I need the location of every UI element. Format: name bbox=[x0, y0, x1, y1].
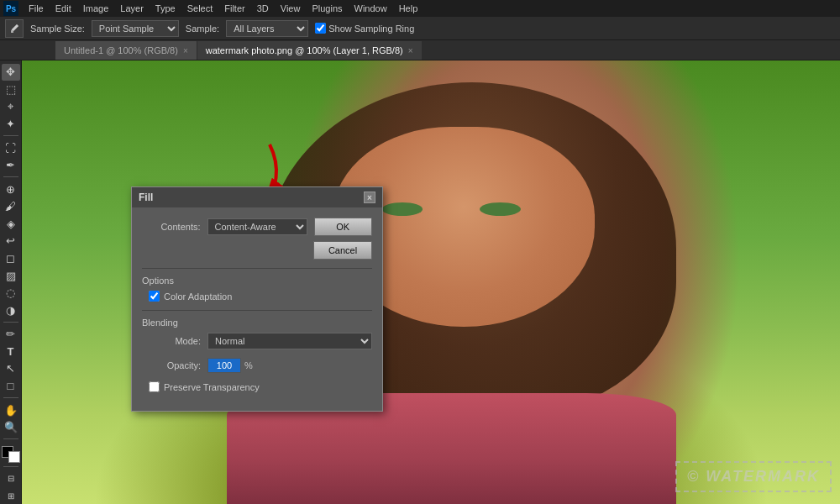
tab-untitled-close[interactable]: × bbox=[183, 46, 188, 55]
healing-brush-tool[interactable]: ⊕ bbox=[2, 181, 20, 197]
menu-edit[interactable]: Edit bbox=[50, 2, 76, 15]
tab-watermark-label: watermark photo.png @ 100% (Layer 1, RGB… bbox=[206, 45, 403, 55]
divider-1 bbox=[142, 268, 372, 269]
foreground-background-colors[interactable] bbox=[2, 446, 20, 463]
cancel-button[interactable]: Cancel bbox=[313, 241, 372, 260]
divider-2 bbox=[142, 310, 372, 311]
lasso-tool[interactable]: ⌖ bbox=[2, 98, 20, 115]
opacity-label: Opacity: bbox=[142, 360, 201, 370]
tool-divider-3 bbox=[3, 322, 18, 323]
fill-dialog-title: Fill bbox=[139, 192, 153, 203]
show-sampling-ring-checkbox[interactable] bbox=[315, 23, 326, 34]
tab-untitled[interactable]: Untitled-1 @ 100% (RGB/8) × bbox=[55, 41, 197, 60]
mode-select[interactable]: Normal Dissolve Darken Multiply Screen O… bbox=[207, 333, 372, 349]
ps-logo: Ps bbox=[3, 1, 18, 16]
menu-plugins[interactable]: Plugins bbox=[307, 2, 347, 15]
options-label: Options bbox=[142, 276, 372, 286]
opacity-input[interactable]: 100 bbox=[207, 358, 241, 373]
opacity-row: Opacity: 100 % bbox=[142, 358, 372, 373]
eyedropper-tool[interactable]: ✒ bbox=[2, 157, 20, 174]
main-area: ✥ ⬚ ⌖ ✦ ⛶ ✒ ⊕ 🖌 ◈ ↩ ◻ ▨ ◌ ◑ ✏ T ↖ □ ✋ 🔍 … bbox=[0, 60, 840, 504]
clone-stamp-tool[interactable]: ◈ bbox=[2, 216, 20, 233]
preserve-transparency-label: Preserve Transparency bbox=[164, 382, 260, 392]
color-adaptation-row: Color Adaptation bbox=[142, 291, 372, 302]
fill-dialog-body: Contents: Content-Aware Foreground Color… bbox=[132, 207, 382, 411]
quick-mask-tool[interactable]: ⊟ bbox=[2, 470, 20, 487]
eye-left bbox=[382, 202, 423, 216]
preserve-transparency-row: Preserve Transparency bbox=[142, 381, 372, 392]
move-tool[interactable]: ✥ bbox=[2, 64, 20, 81]
brush-tool[interactable]: 🖌 bbox=[2, 198, 20, 215]
tab-untitled-label: Untitled-1 @ 100% (RGB/8) bbox=[64, 45, 178, 55]
tool-divider-2 bbox=[3, 176, 18, 177]
menu-image[interactable]: Image bbox=[78, 2, 114, 15]
blending-section: Blending Mode: Normal Dissolve Darken Mu… bbox=[142, 318, 372, 392]
toolbar: ✥ ⬚ ⌖ ✦ ⛶ ✒ ⊕ 🖌 ◈ ↩ ◻ ▨ ◌ ◑ ✏ T ↖ □ ✋ 🔍 … bbox=[0, 60, 22, 504]
sample-select[interactable]: All Layers Current Layer bbox=[226, 20, 308, 37]
tool-divider-6 bbox=[3, 466, 18, 467]
zoom-tool[interactable]: 🔍 bbox=[2, 419, 20, 436]
screen-mode-tool[interactable]: ⊞ bbox=[2, 487, 20, 504]
eyedropper-tool-icon[interactable] bbox=[5, 19, 24, 38]
tab-watermark[interactable]: watermark photo.png @ 100% (Layer 1, RGB… bbox=[197, 41, 423, 60]
fill-dialog: Fill × Contents: Content-Aware Foregroun… bbox=[131, 186, 383, 412]
shape-tool[interactable]: □ bbox=[2, 378, 20, 395]
background-color[interactable] bbox=[8, 451, 20, 463]
mode-row: Mode: Normal Dissolve Darken Multiply Sc… bbox=[142, 333, 372, 349]
fill-dialog-titlebar[interactable]: Fill × bbox=[132, 187, 382, 207]
type-tool[interactable]: T bbox=[2, 344, 20, 360]
blur-tool[interactable]: ◌ bbox=[2, 285, 20, 302]
magic-wand-tool[interactable]: ✦ bbox=[2, 116, 20, 133]
menu-bar: Ps File Edit Image Layer Type Select Fil… bbox=[0, 0, 840, 17]
ok-button[interactable]: OK bbox=[314, 218, 373, 236]
eye-right bbox=[480, 202, 521, 216]
menu-filter[interactable]: Filter bbox=[219, 2, 249, 15]
watermark-text: © WATERMARK bbox=[687, 468, 820, 485]
menu-3d[interactable]: 3D bbox=[252, 2, 274, 15]
tabs-bar: Untitled-1 @ 100% (RGB/8) × watermark ph… bbox=[0, 40, 840, 60]
eraser-tool[interactable]: ◻ bbox=[2, 250, 20, 267]
contents-select[interactable]: Content-Aware Foreground Color Backgroun… bbox=[207, 218, 307, 235]
fill-dialog-close-button[interactable]: × bbox=[364, 192, 375, 203]
options-section: Options Color Adaptation bbox=[142, 276, 372, 302]
svg-rect-0 bbox=[11, 30, 13, 33]
hand-tool[interactable]: ✋ bbox=[2, 402, 20, 418]
opacity-unit: % bbox=[244, 360, 253, 370]
watermark-overlay: © WATERMARK bbox=[675, 461, 832, 492]
rectangular-marquee-tool[interactable]: ⬚ bbox=[2, 81, 20, 98]
sample-size-select[interactable]: Point Sample 3 by 3 Average 5 by 5 Avera… bbox=[92, 20, 179, 37]
menu-file[interactable]: File bbox=[24, 2, 49, 15]
crop-tool[interactable]: ⛶ bbox=[2, 139, 20, 156]
menu-select[interactable]: Select bbox=[182, 2, 218, 15]
contents-label: Contents: bbox=[142, 222, 201, 232]
show-sampling-ring-label[interactable]: Show Sampling Ring bbox=[315, 23, 414, 34]
tool-divider-1 bbox=[3, 135, 18, 136]
menu-view[interactable]: View bbox=[276, 2, 306, 15]
path-selection-tool[interactable]: ↖ bbox=[2, 360, 20, 377]
dodge-tool[interactable]: ◑ bbox=[2, 302, 20, 319]
tab-watermark-close[interactable]: × bbox=[408, 46, 413, 55]
sample-size-label: Sample Size: bbox=[30, 24, 85, 34]
color-adaptation-checkbox[interactable] bbox=[149, 291, 160, 302]
options-bar: Sample Size: Point Sample 3 by 3 Average… bbox=[0, 17, 840, 40]
show-sampling-ring-text: Show Sampling Ring bbox=[328, 24, 414, 34]
contents-row: Contents: Content-Aware Foreground Color… bbox=[142, 218, 372, 236]
pen-tool[interactable]: ✏ bbox=[2, 326, 20, 343]
tool-divider-4 bbox=[3, 397, 18, 398]
menu-window[interactable]: Window bbox=[349, 2, 392, 15]
menu-help[interactable]: Help bbox=[394, 2, 423, 15]
tool-divider-5 bbox=[3, 438, 18, 439]
menu-layer[interactable]: Layer bbox=[115, 2, 149, 15]
canvas-area[interactable]: © WATERMARK Fill bbox=[22, 60, 840, 504]
sample-label: Sample: bbox=[186, 24, 219, 34]
menu-type[interactable]: Type bbox=[150, 2, 181, 15]
history-brush-tool[interactable]: ↩ bbox=[2, 233, 20, 249]
preserve-transparency-checkbox[interactable] bbox=[149, 381, 160, 392]
color-adaptation-label: Color Adaptation bbox=[164, 291, 232, 302]
gradient-tool[interactable]: ▨ bbox=[2, 267, 20, 284]
mode-label: Mode: bbox=[142, 336, 201, 346]
cancel-row: Cancel bbox=[142, 241, 372, 260]
blending-label: Blending bbox=[142, 318, 372, 328]
